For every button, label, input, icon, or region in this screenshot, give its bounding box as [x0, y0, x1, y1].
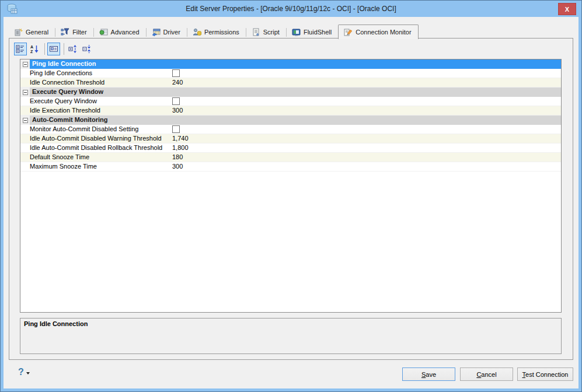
- gutter: [20, 69, 30, 78]
- property-value: [172, 97, 561, 106]
- script-icon: [252, 28, 260, 36]
- dialog-body: General Filter: [4, 17, 578, 388]
- tab-label: Script: [263, 29, 280, 36]
- property-label: Ping Idle Connections: [30, 69, 172, 78]
- warning-threshold-value[interactable]: 1,740: [172, 134, 561, 143]
- tab-advanced[interactable]: Advanced: [94, 26, 146, 38]
- general-icon: [14, 28, 23, 36]
- chevron-down-icon[interactable]: [26, 372, 30, 374]
- edit-server-properties-dialog: Edit Server Properties - [Oracle 9i/10g/…: [0, 0, 582, 392]
- categorized-view-button[interactable]: [14, 43, 27, 55]
- toolbar-separator: [64, 43, 64, 55]
- save-button[interactable]: Save: [402, 368, 455, 381]
- svg-text:A: A: [30, 45, 33, 49]
- tab-label: Connection Monitor: [356, 29, 411, 36]
- collapse-all-icon: [82, 44, 92, 54]
- filter-icon: [61, 28, 69, 36]
- tab-filter[interactable]: Filter: [55, 26, 93, 38]
- gutter: [20, 162, 30, 171]
- categorized-view-icon: [16, 44, 25, 54]
- tabstrip: General Filter: [9, 25, 573, 38]
- property-label: Idle Auto-Commit Disabled Warning Thresh…: [30, 134, 172, 143]
- test-connection-button[interactable]: Test Connection: [517, 368, 573, 381]
- idle-connection-threshold-value[interactable]: 240: [172, 78, 561, 87]
- tab-label: Advanced: [111, 29, 140, 36]
- collapse-toggle-icon[interactable]: [23, 90, 28, 95]
- property-label: Idle Execution Threshold: [30, 106, 172, 115]
- show-description-icon: [49, 44, 58, 54]
- show-description-button[interactable]: [47, 43, 60, 55]
- driver-icon: [152, 28, 161, 36]
- connection-monitor-panel: A Z: [9, 38, 573, 360]
- gutter: [20, 125, 30, 134]
- property-row[interactable]: Execute Query Window: [20, 97, 561, 106]
- category-row-auto-commit-monitoring[interactable]: Auto-Commit Monitoring: [20, 116, 561, 125]
- tab-permissions[interactable]: Permissions: [187, 26, 246, 38]
- fluidshell-icon: [292, 28, 301, 36]
- help-icon[interactable]: ?: [18, 366, 24, 378]
- property-row[interactable]: Idle Auto-Commit Disabled Rollback Thres…: [20, 144, 561, 153]
- property-label: Monitor Auto-Commit Disabled Setting: [30, 125, 172, 134]
- category-row-execute-query-window[interactable]: Execute Query Window: [20, 88, 561, 97]
- tab-label: FluidShell: [304, 29, 332, 36]
- toolbar-separator: [44, 43, 45, 55]
- tab-label: Permissions: [204, 29, 239, 36]
- ping-idle-connections-checkbox[interactable]: [172, 69, 180, 77]
- gutter: [20, 116, 30, 125]
- expand-all-button[interactable]: [67, 43, 79, 55]
- property-label: Default Snooze Time: [30, 153, 172, 162]
- gutter: [20, 153, 30, 162]
- property-row[interactable]: Idle Connection Threshold 240: [20, 78, 561, 88]
- maximum-snooze-time-value[interactable]: 300: [172, 162, 561, 171]
- default-snooze-time-value[interactable]: 180: [172, 153, 561, 162]
- property-row[interactable]: Idle Auto-Commit Disabled Warning Thresh…: [20, 134, 561, 144]
- tab-general[interactable]: General: [9, 26, 55, 38]
- gutter: [20, 78, 30, 87]
- expand-all-icon: [68, 44, 78, 54]
- alphabetical-sort-icon: A Z: [30, 44, 39, 54]
- tab-label: Filter: [72, 29, 86, 36]
- collapse-all-button[interactable]: [81, 43, 93, 55]
- category-label: Ping Idle Connection: [30, 60, 561, 69]
- property-value: [172, 125, 561, 134]
- titlebar: Edit Server Properties - [Oracle 9i/10g/…: [1, 1, 581, 17]
- property-label: Idle Auto-Commit Disabled Rollback Thres…: [30, 144, 172, 152]
- property-label: Execute Query Window: [30, 97, 172, 106]
- description-panel: Ping Idle Connection: [20, 318, 562, 354]
- execute-query-window-checkbox[interactable]: [172, 97, 180, 105]
- tab-connection-monitor[interactable]: Connection Monitor: [338, 24, 418, 39]
- tab-fluidshell[interactable]: FluidShell: [287, 26, 338, 38]
- close-button[interactable]: X: [558, 3, 576, 15]
- svg-text:Z: Z: [30, 50, 33, 54]
- permissions-icon: [193, 28, 201, 36]
- gutter: [20, 106, 30, 115]
- tab-label: Driver: [163, 29, 180, 36]
- property-row[interactable]: Maximum Snooze Time 300: [20, 162, 561, 172]
- rollback-threshold-value[interactable]: 1,800: [172, 144, 561, 152]
- cancel-button[interactable]: Cancel: [460, 368, 513, 381]
- property-grid: Ping Idle Connection Ping Idle Connectio…: [20, 59, 562, 313]
- gutter: [20, 97, 30, 106]
- property-value: [172, 69, 561, 78]
- idle-execution-threshold-value[interactable]: 300: [172, 106, 561, 115]
- tab-label: General: [26, 29, 48, 36]
- property-label: Idle Connection Threshold: [30, 78, 172, 87]
- gutter: [20, 144, 30, 152]
- property-row[interactable]: Idle Execution Threshold 300: [20, 106, 561, 116]
- collapse-toggle-icon[interactable]: [23, 62, 28, 67]
- category-row-ping-idle-connection[interactable]: Ping Idle Connection: [20, 60, 561, 69]
- help-menu[interactable]: ?: [18, 366, 30, 378]
- property-row[interactable]: Monitor Auto-Commit Disabled Setting: [20, 125, 561, 134]
- window-title: Edit Server Properties - [Oracle 9i/10g/…: [1, 5, 581, 13]
- tab-script[interactable]: Script: [246, 26, 286, 38]
- alphabetical-sort-button[interactable]: A Z: [28, 43, 41, 55]
- tab-driver[interactable]: Driver: [147, 26, 187, 38]
- category-label: Auto-Commit Monitoring: [30, 116, 561, 125]
- collapse-toggle-icon[interactable]: [23, 118, 28, 123]
- advanced-icon: [99, 28, 108, 36]
- property-grid-toolbar: A Z: [14, 42, 95, 56]
- property-row[interactable]: Ping Idle Connections: [20, 69, 561, 78]
- app-database-icon: [6, 4, 18, 14]
- property-row[interactable]: Default Snooze Time 180: [20, 153, 561, 162]
- monitor-auto-commit-disabled-checkbox[interactable]: [172, 125, 180, 133]
